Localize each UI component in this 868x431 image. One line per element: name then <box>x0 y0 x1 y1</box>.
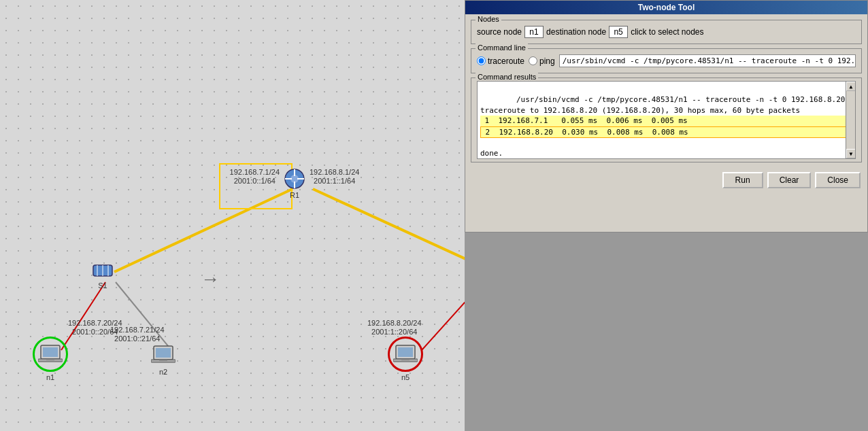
svg-line-4 <box>422 282 465 350</box>
run-button[interactable]: Run <box>722 172 763 188</box>
scrollbar-up-btn[interactable]: ▲ <box>846 82 856 91</box>
ping-radio[interactable] <box>529 56 537 65</box>
r1-label-id: R1 <box>290 191 299 200</box>
results-container[interactable]: /usr/sbin/vcmd -c /tmp/pycore.48531/n1 -… <box>477 81 856 159</box>
n5-label-id: n5 <box>401 373 410 382</box>
laptop-icon-n1 <box>38 343 63 366</box>
click-to-select-text: click to select nodes <box>631 27 703 37</box>
buttons-row: Run Clear Close <box>465 167 867 194</box>
laptop-icon-n5 <box>393 343 418 366</box>
results-line3: 1 192.168.7.1 0.055 ms 0.006 ms 0.005 ms <box>480 116 852 126</box>
cmd-text-display: /usr/sbin/vcmd -c /tmp/pycore.48531/n1 -… <box>559 54 856 67</box>
n5-label-addr: 192.168.8.20/242001:1::20/64 <box>367 319 422 337</box>
n2-label-id: n2 <box>159 368 167 377</box>
node-r1[interactable]: R1 192.168.7.1/242001:0::1/64 192.168.8.… <box>282 167 307 200</box>
node-n2[interactable]: n2 192.168.7.21/242001:0::21/64 <box>151 343 176 377</box>
svg-line-0 <box>114 189 293 272</box>
network-canvas[interactable]: R1 192.168.7.1/242001:0::1/64 192.168.8.… <box>0 0 465 431</box>
nodes-section-label: Nodes <box>475 15 501 23</box>
r1-label-right: 192.168.8.1/242001:1::1/64 <box>310 168 359 186</box>
router-icon <box>282 167 307 191</box>
svg-rect-31 <box>401 359 410 360</box>
dest-node-value: n5 <box>609 26 628 38</box>
results-text: /usr/sbin/vcmd -c /tmp/pycore.48531/n1 -… <box>478 82 855 159</box>
dest-node-label: destination node <box>546 27 606 37</box>
svg-rect-29 <box>398 347 413 357</box>
results-line4: 2 192.168.8.20 0.030 ms 0.008 ms 0.008 m… <box>480 126 852 138</box>
svg-rect-21 <box>43 347 58 357</box>
ping-radio-label[interactable]: ping <box>529 56 555 66</box>
svg-rect-25 <box>156 348 171 358</box>
svg-line-1 <box>313 189 465 272</box>
traceroute-radio-label[interactable]: traceroute <box>477 56 524 66</box>
results-scrollbar[interactable]: ▲ ▼ <box>846 82 855 158</box>
cmdline-row: traceroute ping /usr/sbin/vcmd -c /tmp/p… <box>477 52 856 70</box>
results-done: done. <box>480 149 503 158</box>
results-line2: traceroute to 192.168.8.20 (192.168.8.20… <box>480 106 800 115</box>
results-section-label: Command results <box>475 73 538 81</box>
s1-label: S1 <box>98 281 107 290</box>
source-node-value: n1 <box>524 26 544 38</box>
ping-label-text: ping <box>539 56 555 66</box>
node-s1[interactable]: S1 <box>92 260 114 290</box>
n1-circle <box>33 337 68 372</box>
cmdline-section: Command line traceroute ping /usr/sbin/v… <box>471 48 862 73</box>
close-button[interactable]: Close <box>815 172 861 188</box>
source-node-label: source node <box>477 27 522 37</box>
r1-label-left: 192.168.7.1/242001:0::1/64 <box>230 168 280 186</box>
traceroute-label-text: traceroute <box>488 56 524 66</box>
nodes-row: source node n1 destination node n5 click… <box>477 23 856 41</box>
clear-button[interactable]: Clear <box>767 172 812 188</box>
n1-label-id: n1 <box>46 373 54 382</box>
laptop-icon-n2 <box>151 343 176 366</box>
scrollbar-down-btn[interactable]: ▼ <box>846 149 856 158</box>
dialog-title: Two-node Tool <box>465 1 867 14</box>
n5-circle <box>388 337 423 372</box>
direction-arrow: → <box>201 269 220 290</box>
tool-dialog: Two-node Tool Nodes source node n1 desti… <box>465 0 868 232</box>
svg-rect-27 <box>159 360 167 361</box>
svg-rect-23 <box>46 359 54 360</box>
cmdline-section-label: Command line <box>475 44 528 52</box>
node-n5[interactable]: n5 192.168.8.20/242001:1::20/64 <box>388 337 423 382</box>
switch-icon-s1 <box>92 260 114 281</box>
n2-label-addr: 192.168.7.21/242001:0::21/64 <box>110 326 165 343</box>
results-line1: /usr/sbin/vcmd -c /tmp/pycore.48531/n1 -… <box>516 95 845 104</box>
traceroute-radio[interactable] <box>477 56 486 65</box>
nodes-section: Nodes source node n1 destination node n5… <box>471 20 862 44</box>
node-n1[interactable]: n1 192.168.7.20/242001:0::20/64 <box>33 337 68 382</box>
results-section: Command results /usr/sbin/vcmd -c /tmp/p… <box>471 77 862 162</box>
